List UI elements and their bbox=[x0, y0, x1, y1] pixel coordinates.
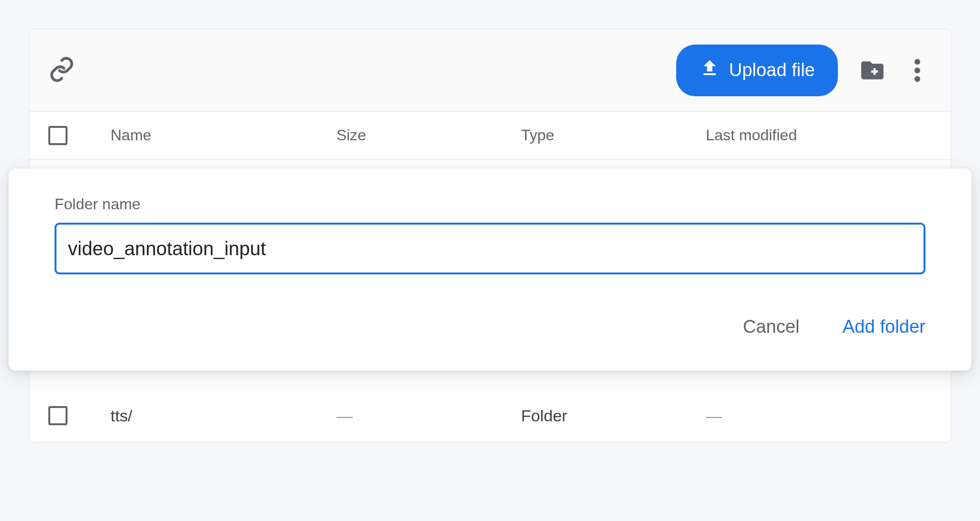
svg-point-2 bbox=[914, 76, 920, 82]
row-modified: — bbox=[706, 407, 932, 425]
svg-point-1 bbox=[914, 68, 920, 73]
cancel-button[interactable]: Cancel bbox=[743, 317, 799, 337]
upload-file-label: Upload file bbox=[729, 60, 815, 80]
column-header-row: Name Size Type Last modified bbox=[29, 112, 951, 159]
upload-icon bbox=[699, 57, 720, 83]
folder-name-input[interactable] bbox=[55, 223, 925, 274]
column-header-size[interactable]: Size bbox=[336, 126, 521, 144]
upload-file-button[interactable]: Upload file bbox=[676, 45, 838, 96]
row-size: — bbox=[336, 407, 521, 425]
select-all-checkbox[interactable] bbox=[48, 126, 67, 145]
table-row[interactable]: tts/ — Folder — bbox=[29, 389, 951, 442]
column-header-modified[interactable]: Last modified bbox=[706, 126, 932, 144]
column-header-name[interactable]: Name bbox=[111, 126, 336, 144]
new-folder-dialog: Folder name Cancel Add folder bbox=[9, 169, 971, 371]
svg-point-0 bbox=[914, 59, 920, 65]
add-folder-button[interactable]: Add folder bbox=[843, 317, 925, 337]
dialog-actions: Cancel Add folder bbox=[55, 317, 925, 337]
row-type: Folder bbox=[521, 407, 706, 425]
row-checkbox[interactable] bbox=[48, 406, 67, 425]
column-header-type[interactable]: Type bbox=[521, 126, 706, 144]
toolbar: Upload file bbox=[29, 29, 951, 112]
more-options-button[interactable] bbox=[903, 56, 932, 85]
new-folder-button[interactable] bbox=[855, 53, 890, 88]
link-icon[interactable] bbox=[48, 56, 75, 85]
folder-name-label: Folder name bbox=[55, 195, 925, 213]
row-name: tts/ bbox=[111, 407, 336, 425]
